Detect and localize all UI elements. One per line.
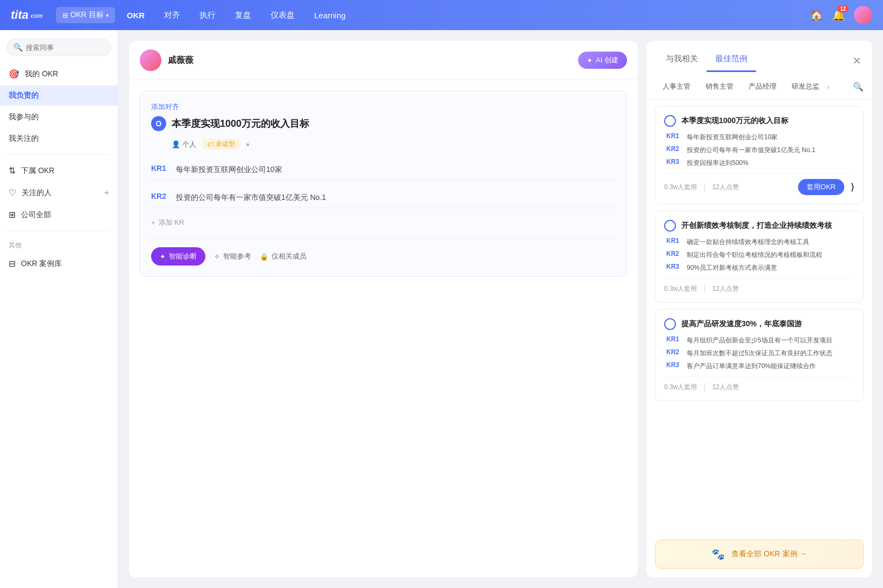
example-card-3: 提高产品研发速度30%，年底泰国游 KR1 每月组织产品创新会至少5场且有一个可… (655, 309, 864, 401)
ai-create-button[interactable]: ✦ AI 创建 (578, 52, 627, 69)
example-1-kr2: KR2 投资的公司每年有一家市值突破1亿美元 No.1 (664, 145, 854, 155)
nav-okr[interactable]: OKR (119, 8, 152, 23)
sidebar-item-subordinate[interactable]: ⇅ 下属 OKR (0, 160, 118, 181)
example-1-footer: 0.3w人套用 | 12人点赞 套用OKR ⟩ (664, 173, 854, 195)
example-3-likes: 12人点赞 (713, 383, 739, 392)
example-2-kr3: KR3 90%员工对新考核方式表示满意 (664, 263, 854, 273)
nav-dashboard[interactable]: 仪表盘 (263, 7, 302, 24)
divider-dot: | (703, 182, 706, 192)
example-2-title: 开创新绩效考核制度，打造企业持续绩效考核 (681, 221, 832, 231)
sidebar-item-participated[interactable]: 我参与的 (0, 107, 118, 127)
logo[interactable]: tita com (11, 8, 43, 22)
sidebar-item-case-library[interactable]: ⊟ OKR 案例库 (0, 253, 118, 274)
home-icon-btn[interactable]: 🏠 (810, 9, 823, 21)
sidebar-divider-2 (6, 231, 111, 231)
sidebar-item-company[interactable]: ⊞ 公司全部 (0, 204, 118, 225)
sidebar-item-following-people[interactable]: ♡ 关注的人 + (0, 182, 118, 203)
mascot-icon: 🐾 (711, 548, 725, 561)
tab-best[interactable]: 最佳范例 (707, 49, 756, 72)
example-card-1: 本季度实现1000万元的收入目标 KR1 每年新投资互联网创业公司10家 KR2… (655, 106, 864, 204)
members-button[interactable]: 🔒 仅相关成员 (260, 252, 307, 261)
role-search-button[interactable]: 🔍 (853, 82, 864, 92)
ex3-kr3-label: KR3 (666, 361, 682, 371)
role-chip-rd[interactable]: 研发总监 (784, 78, 827, 95)
role-chip-sales[interactable]: 销售主管 (698, 78, 741, 95)
top-navigation: tita com ⊞ OKR 目标 ▾ OKR 对齐 执行 复盘 仪表盘 Lea… (0, 0, 883, 30)
okr-target-dropdown[interactable]: ⊞ OKR 目标 ▾ (56, 7, 115, 23)
other-section-label: 其他 (0, 236, 118, 252)
kr1-label: KR1 (151, 164, 170, 173)
view-all-button[interactable]: 🐾 查看全部 OKR 案例 → (655, 540, 864, 569)
reference-icon: ✧ (214, 253, 220, 261)
close-button[interactable]: ✕ (852, 54, 861, 67)
okr-meta: 👤 个人 🏷 承诺型 ● (172, 139, 616, 150)
ex3-kr3-text: 客户产品订单满意率达到70%能保证继续合作 (687, 361, 816, 371)
diagnose-button[interactable]: ✦ 智能诊断 (151, 247, 205, 266)
user-avatar-nav[interactable] (854, 6, 872, 24)
diagnose-icon: ✦ (160, 253, 166, 261)
nav-learning[interactable]: Learning (307, 8, 353, 23)
example-2-footer: 0.3w人套用 | 12人点赞 (664, 278, 854, 293)
example-2-likes: 12人点赞 (713, 284, 739, 293)
okr-main-panel: 戚薇薇 ✦ AI 创建 添加对齐 O 本季度实现1000万元的收入目标 👤 (129, 41, 638, 577)
subordinate-icon: ⇅ (9, 166, 16, 176)
search-colleague-container[interactable]: 🔍 (6, 39, 111, 56)
ex3-kr2-label: KR2 (666, 348, 682, 358)
sidebar-my-okr-label: 我的 OKR (25, 69, 58, 79)
apply-button-1[interactable]: 套用OKR (798, 179, 844, 195)
user-name-label: 戚薇薇 (168, 55, 194, 66)
nav-execute[interactable]: 执行 (192, 7, 223, 24)
sidebar-item-following[interactable]: 我关注的 (0, 128, 118, 149)
sidebar-participated-label: 我参与的 (9, 112, 39, 122)
avatar (140, 49, 161, 71)
panel-tabs: 与我相关 最佳范例 (657, 49, 756, 72)
meta-dot: ● (246, 140, 250, 148)
content-area: 戚薇薇 ✦ AI 创建 添加对齐 O 本季度实现1000万元的收入目标 👤 (118, 30, 883, 588)
sidebar-case-library-label: OKR 案例库 (21, 259, 62, 269)
search-input[interactable] (26, 44, 116, 52)
nav-review[interactable]: 复盘 (227, 7, 259, 24)
ex1-kr2-text: 投资的公司每年有一家市值突破1亿美元 No.1 (687, 145, 815, 155)
example-1-title: 本季度实现1000万元的收入目标 (681, 116, 788, 126)
more-roles-icon[interactable]: › (827, 83, 829, 91)
sidebar-following-people-label: 关注的人 (22, 188, 52, 198)
tab-related[interactable]: 与我相关 (657, 49, 707, 72)
lock-icon: 🔒 (260, 253, 268, 261)
objective-circle: O (151, 116, 166, 131)
nav-align[interactable]: 对齐 (156, 7, 188, 24)
flag-icon: 🏷 (207, 141, 213, 148)
ex2-kr2-text: 制定出符合每个职位考核情况的考核模板和流程 (687, 250, 822, 260)
divider-dot-3: | (703, 382, 706, 392)
sidebar-company-label: 公司全部 (21, 210, 51, 220)
add-align-link[interactable]: 添加对齐 (151, 102, 616, 112)
ex2-kr1-label: KR1 (666, 237, 682, 247)
ex-circle-1 (664, 115, 676, 127)
ex2-kr1-text: 确定一款贴合持续绩效考核理念的考核工具 (687, 237, 809, 247)
role-chip-hr[interactable]: 人事主管 (655, 78, 698, 95)
ex1-kr3-text: 投资回报率达到500% (687, 158, 749, 168)
company-icon: ⊞ (9, 210, 16, 220)
examples-list: 本季度实现1000万元的收入目标 KR1 每年新投资互联网创业公司10家 KR2… (646, 99, 872, 533)
add-following-icon[interactable]: + (104, 188, 109, 198)
meta-personal: 👤 个人 (172, 140, 196, 149)
add-kr-plus-icon: + (151, 219, 155, 227)
add-kr-button[interactable]: + 添加 KR (151, 216, 616, 230)
main-container: 🔍 🎯 我的 OKR 我负责的 我参与的 我关注的 ⇅ 下属 OKR ♡ 关注的… (0, 30, 883, 588)
sidebar-item-my-okr[interactable]: 🎯 我的 OKR (0, 63, 118, 84)
example-3-kr1: KR1 每月组织产品创新会至少5场且有一个可以开发项目 (664, 335, 854, 345)
person-icon: 👤 (172, 140, 180, 148)
sidebar-divider-1 (6, 154, 111, 155)
example-1-obj: 本季度实现1000万元的收入目标 (664, 115, 854, 127)
sidebar-item-responsible[interactable]: 我负责的 (0, 85, 118, 106)
kr-item-1: KR1 每年新投资互联网创业公司10家 (151, 160, 616, 180)
ex1-kr1-text: 每年新投资互联网创业公司10家 (687, 132, 778, 142)
example-3-title: 提高产品研发速度30%，年底泰国游 (681, 319, 802, 329)
reference-button[interactable]: ✧ 智能参考 (214, 252, 251, 261)
sidebar-responsible-label: 我负责的 (9, 91, 39, 101)
role-filter: 人事主管 销售主管 产品经理 研发总监 › 🔍 (646, 72, 872, 99)
notification-btn[interactable]: 🔔 12 (832, 9, 845, 21)
okr-panel-header: 戚薇薇 ✦ AI 创建 (129, 41, 638, 80)
ex2-kr3-label: KR3 (666, 263, 682, 273)
role-chip-pm[interactable]: 产品经理 (741, 78, 784, 95)
logo-tita-text: tita (11, 8, 29, 22)
